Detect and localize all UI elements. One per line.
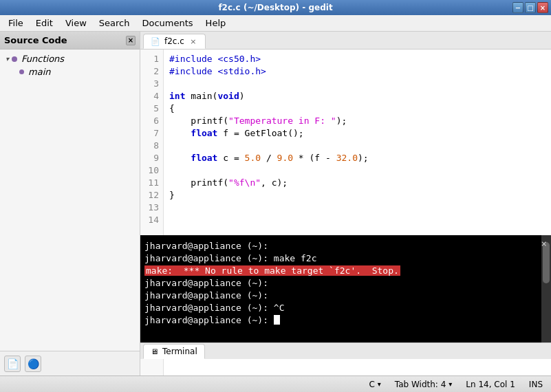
terminal-tabbar: 🖥 Terminal (140, 342, 551, 359)
terminal-close-button[interactable]: × (541, 238, 547, 249)
code-line-13 (169, 201, 545, 213)
code-line-14 (169, 213, 545, 226)
line-number-9: 9 (140, 151, 163, 164)
terminal-cursor (274, 315, 280, 325)
sidebar-title: Source Code (4, 35, 67, 45)
code-line-10 (169, 164, 545, 176)
terminal-scrollbar[interactable] (541, 235, 551, 359)
menu-item-documents[interactable]: Documents (136, 17, 198, 30)
code-line-2: #include <stdio.h> (169, 65, 545, 77)
sidebar-header: Source Code × (0, 32, 140, 50)
terminal-line-6: jharvard@appliance (~): (144, 314, 547, 326)
tab-file-icon: 📄 (151, 37, 160, 46)
line-number-1: 1 (140, 52, 163, 65)
minimize-button[interactable]: − (512, 2, 523, 13)
menubar: FileEditViewSearchDocumentsHelp (0, 15, 551, 32)
terminal-line-5: jharvard@appliance (~): ^C (144, 301, 547, 314)
terminal-content[interactable]: jharvard@appliance (~):jharvard@applianc… (140, 235, 551, 359)
terminal-line-2: make: *** No rule to make target `f2c'. … (144, 264, 547, 276)
code-line-11: printf("%f\n", c); (169, 176, 545, 188)
code-line-7: float f = GetFloat(); (169, 127, 545, 139)
language-arrow-icon: ▾ (378, 380, 381, 388)
line-number-6: 6 (140, 114, 163, 127)
tree-arrow-icon: ▾ (6, 55, 9, 63)
ins-status: INS (529, 380, 543, 389)
code-line-8 (169, 139, 545, 151)
code-line-1: #include <cs50.h> (169, 52, 545, 65)
tab-width-label: Tab Width: 4 (395, 380, 446, 389)
terminal-line-0: jharvard@appliance (~): (144, 239, 547, 252)
position-status: Ln 14, Col 1 (466, 380, 515, 389)
tab-width-arrow-icon: ▾ (449, 380, 452, 388)
sidebar-close-button[interactable]: × (126, 36, 136, 45)
main-area: Source Code × ▾ Functions main 📄 🔵 📄 f2c… (0, 32, 551, 375)
sidebar: Source Code × ▾ Functions main 📄 🔵 (0, 32, 140, 375)
cursor-position-label: Ln 14, Col 1 (466, 380, 515, 389)
window-title: f2c.c (~/Desktop) - gedit (218, 3, 332, 12)
main-icon (19, 69, 24, 74)
line-number-4: 4 (140, 89, 163, 102)
sidebar-tree: ▾ Functions main (0, 50, 140, 351)
terminal-tab[interactable]: 🖥 Terminal (143, 344, 205, 359)
main-label: main (28, 67, 50, 77)
line-number-2: 2 (140, 65, 163, 77)
language-label: C (369, 380, 374, 389)
titlebar: f2c.c (~/Desktop) - gedit − □ × (0, 0, 551, 15)
line-number-13: 13 (140, 201, 163, 213)
menu-item-search[interactable]: Search (94, 17, 136, 30)
tree-main[interactable]: main (0, 65, 140, 78)
language-status[interactable]: C ▾ (369, 380, 380, 389)
statusbar: C ▾ Tab Width: 4 ▾ Ln 14, Col 1 INS (0, 375, 551, 392)
terminal[interactable]: jharvard@appliance (~):jharvard@applianc… (140, 235, 551, 359)
terminal-line-1: jharvard@appliance (~): make f2c (144, 252, 547, 264)
menu-item-edit[interactable]: Edit (30, 17, 58, 30)
sidebar-bottom: 📄 🔵 (0, 351, 140, 375)
tab-close-button[interactable]: × (188, 36, 198, 46)
code-line-9: float c = 5.0 / 9.0 * (f - 32.0); (169, 151, 545, 164)
terminal-error-text: make: *** No rule to make target `f2c'. … (144, 265, 400, 276)
tab-width-status[interactable]: Tab Width: 4 ▾ (395, 380, 453, 389)
line-number-14: 14 (140, 213, 163, 226)
functions-icon (12, 56, 17, 62)
line-number-7: 7 (140, 127, 163, 139)
menu-item-view[interactable]: View (60, 17, 92, 30)
line-number-5: 5 (140, 102, 163, 114)
tab-label: f2c.c (164, 36, 184, 46)
line-number-3: 3 (140, 77, 163, 89)
file-icon-button[interactable]: 📄 (4, 356, 21, 372)
line-number-8: 8 (140, 139, 163, 151)
terminal-icon: 🖥 (151, 347, 158, 356)
menu-item-file[interactable]: File (3, 17, 29, 30)
plugin-icon-button[interactable]: 🔵 (25, 356, 41, 372)
terminal-line-4: jharvard@appliance (~): (144, 289, 547, 301)
code-line-6: printf("Temperature in F: "); (169, 114, 545, 127)
tree-functions[interactable]: ▾ Functions (0, 52, 140, 65)
code-line-3 (169, 77, 545, 89)
terminal-tab-label: Terminal (162, 347, 197, 356)
menu-item-help[interactable]: Help (200, 17, 232, 30)
code-line-12: } (169, 188, 545, 201)
file-tab[interactable]: 📄 f2c.c × (143, 34, 206, 49)
ins-label: INS (529, 380, 543, 389)
line-number-10: 10 (140, 164, 163, 176)
code-line-4: int main(void) (169, 89, 545, 102)
code-line-5: { (169, 102, 545, 114)
close-window-button[interactable]: × (537, 2, 548, 13)
maximize-button[interactable]: □ (525, 2, 536, 13)
line-number-12: 12 (140, 188, 163, 201)
tab-bar: 📄 f2c.c × (140, 32, 551, 50)
terminal-line-3: jharvard@appliance (~): (144, 276, 547, 289)
functions-label: Functions (21, 54, 64, 64)
line-number-11: 11 (140, 176, 163, 188)
